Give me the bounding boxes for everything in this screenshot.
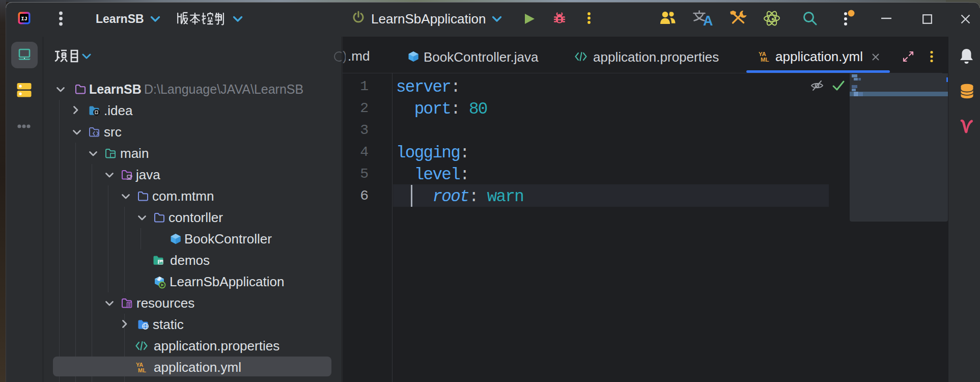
svg-text:A: A bbox=[703, 13, 713, 26]
svg-text:ML: ML bbox=[761, 57, 769, 63]
svg-text:IJ: IJ bbox=[21, 16, 27, 22]
svg-text:YA: YA bbox=[759, 51, 766, 57]
svg-text:ML: ML bbox=[138, 367, 146, 373]
